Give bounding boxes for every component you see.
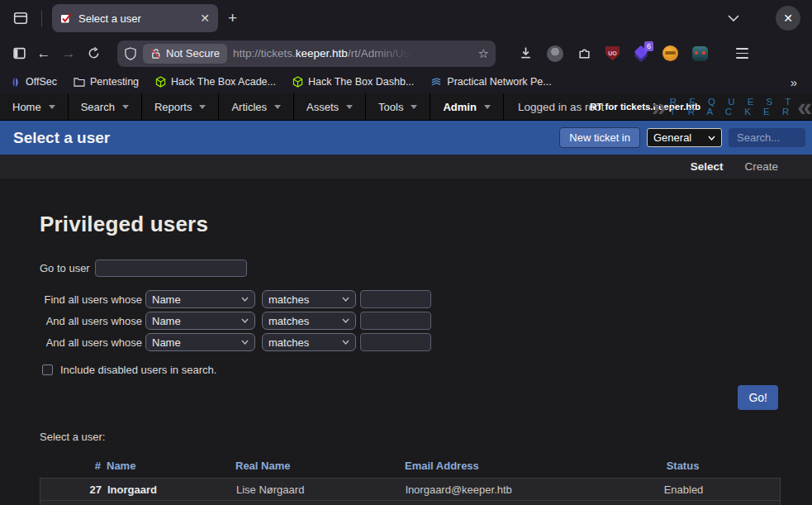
include-disabled-label: Include disabled users in search. bbox=[60, 364, 216, 376]
url-text[interactable]: http://tickets. keeper.htb /rt/Admin/Use bbox=[233, 47, 473, 60]
chevron-down-icon bbox=[241, 340, 249, 345]
url-bar[interactable]: Not Secure http://tickets. keeper.htb /r… bbox=[117, 40, 496, 67]
user-name[interactable]: lnorgaard bbox=[102, 484, 231, 496]
bookmark-pnpt[interactable]: Practical Network Pe... bbox=[430, 76, 551, 88]
filter-field-select[interactable]: Name bbox=[145, 312, 255, 330]
tab-select[interactable]: Select bbox=[691, 160, 724, 173]
broken-lock-icon bbox=[150, 48, 161, 60]
filter-op-select[interactable]: matches bbox=[262, 333, 356, 351]
wappalyzer-badge: 6 bbox=[644, 41, 653, 51]
col-header-realname[interactable]: Real Name bbox=[230, 460, 400, 472]
bookmark-offsec[interactable]: OffSec bbox=[10, 76, 57, 88]
chevron-down-icon bbox=[411, 105, 417, 109]
bookmark-pentesting-folder[interactable]: Pentesting bbox=[74, 76, 139, 88]
ublock-icon[interactable]: UO bbox=[605, 46, 620, 61]
filter-row-1: Find all users whose Name matches bbox=[41, 288, 812, 310]
chevron-down-icon bbox=[274, 105, 281, 109]
logo-line2: T R A C K E R bbox=[670, 107, 796, 117]
back-button[interactable]: ← bbox=[31, 41, 56, 66]
chevron-down-icon bbox=[342, 297, 349, 302]
page-title: Select a user bbox=[13, 129, 559, 147]
bookmark-label: Hack The Box Acade... bbox=[171, 76, 276, 88]
not-secure-chip[interactable]: Not Secure bbox=[143, 44, 227, 64]
chevron-down-icon bbox=[484, 105, 491, 109]
queue-select-value: General bbox=[653, 131, 691, 144]
new-tab-icon[interactable]: + bbox=[228, 9, 237, 27]
browser-toolbar: ← → Not Secure http://tickets. keeper.ht… bbox=[0, 36, 812, 70]
page-heading: Privileged users bbox=[40, 212, 812, 237]
filter-value-input[interactable] bbox=[360, 312, 431, 330]
filter-op-select[interactable]: matches bbox=[262, 312, 356, 330]
url-prefix: http://tickets. bbox=[233, 47, 296, 60]
menu-hamburger-icon[interactable] bbox=[736, 48, 748, 58]
url-domain: keeper.htb bbox=[296, 47, 348, 60]
menu-admin[interactable]: Admin bbox=[430, 93, 503, 120]
table-row[interactable]: 27 lnorgaard Lise Nørgaard lnorgaard@kee… bbox=[40, 478, 781, 501]
queue-select[interactable]: General bbox=[647, 128, 722, 147]
col-header-name[interactable]: Name bbox=[102, 460, 230, 472]
col-header-email[interactable]: Email Address bbox=[400, 460, 585, 472]
rt-favicon bbox=[60, 12, 72, 24]
menu-home[interactable]: Home bbox=[0, 93, 69, 120]
request-tracker-logo[interactable]: » R E Q U E S T T R A C K E R « bbox=[652, 93, 812, 120]
new-ticket-button[interactable]: New ticket in bbox=[559, 127, 640, 148]
col-header-id[interactable]: # bbox=[40, 460, 102, 472]
all-tabs-chevron-icon[interactable] bbox=[721, 6, 746, 31]
go-button[interactable]: Go! bbox=[738, 385, 778, 410]
goto-user-input[interactable] bbox=[95, 260, 247, 277]
table-row[interactable]: 14 root Enoch Root root@localhost Enable… bbox=[40, 500, 781, 505]
rt-menu-right: Logged in as root RT for tickets.keeper.… bbox=[504, 93, 812, 120]
hacker-extension-icon[interactable] bbox=[662, 45, 678, 61]
chevron-down-icon bbox=[241, 318, 249, 323]
htb-cube-icon bbox=[155, 76, 166, 88]
filter-field-select[interactable]: Name bbox=[145, 290, 255, 308]
chevron-down-icon bbox=[199, 105, 206, 109]
layers-icon bbox=[430, 77, 442, 88]
security-label: Not Secure bbox=[166, 47, 220, 60]
logo-line1: R E Q U E S T bbox=[670, 97, 796, 107]
tab-close-icon[interactable]: ✕ bbox=[200, 12, 210, 25]
forward-button[interactable]: → bbox=[56, 41, 81, 66]
filter-value-input[interactable] bbox=[360, 333, 431, 351]
chevron-down-icon bbox=[49, 105, 55, 109]
user-id[interactable]: 27 bbox=[40, 484, 102, 496]
col-header-status[interactable]: Status bbox=[585, 460, 781, 472]
menu-assets[interactable]: Assets bbox=[294, 93, 366, 120]
user-filters: Find all users whose Name matches And al… bbox=[41, 288, 812, 353]
bookmark-htb-academy[interactable]: Hack The Box Acade... bbox=[155, 76, 276, 88]
url-path: /rt/Admin/Use bbox=[348, 47, 415, 60]
browser-tab[interactable]: Select a user ✕ bbox=[52, 4, 218, 32]
header-search-input[interactable] bbox=[729, 128, 805, 147]
include-disabled-checkbox[interactable] bbox=[42, 364, 53, 375]
sidebar-toggle-icon[interactable] bbox=[7, 41, 31, 66]
menu-search[interactable]: Search bbox=[69, 93, 142, 120]
chevron-down-icon bbox=[342, 318, 349, 323]
tab-create[interactable]: Create bbox=[744, 160, 778, 173]
menu-reports[interactable]: Reports bbox=[142, 93, 220, 120]
account-icon[interactable] bbox=[547, 45, 563, 62]
bookmark-star-icon[interactable]: ☆ bbox=[478, 46, 489, 61]
logo-chevrons-right: « bbox=[797, 93, 812, 120]
downloads-icon[interactable] bbox=[519, 46, 533, 60]
tab-sidebar-icon[interactable] bbox=[8, 6, 33, 31]
shield-icon[interactable] bbox=[124, 47, 137, 60]
menu-articles[interactable]: Articles bbox=[219, 93, 294, 120]
bookmark-htb-dashboard[interactable]: Hack The Box Dashb... bbox=[292, 76, 414, 88]
wappalyzer-icon[interactable]: 6 bbox=[634, 46, 648, 61]
bookmarks-overflow-icon[interactable]: » bbox=[791, 75, 797, 89]
cookie-editor-icon[interactable] bbox=[692, 46, 708, 61]
extension-icons: UO 6 bbox=[519, 45, 748, 62]
filter-value-input[interactable] bbox=[360, 290, 431, 308]
browser-tab-bar: Select a user ✕ + ✕ bbox=[0, 0, 812, 36]
select-user-label: Select a user: bbox=[40, 431, 812, 443]
window-close-button[interactable]: ✕ bbox=[776, 6, 800, 31]
extensions-puzzle-icon[interactable] bbox=[577, 46, 591, 60]
menu-tools[interactable]: Tools bbox=[366, 93, 430, 120]
filter-field-select[interactable]: Name bbox=[145, 333, 255, 351]
filter-label: And all users whose bbox=[41, 336, 142, 349]
filter-label: Find all users whose bbox=[41, 293, 142, 306]
filter-op-select[interactable]: matches bbox=[262, 290, 356, 308]
reload-button[interactable] bbox=[81, 41, 106, 66]
bookmarks-bar: OffSec Pentesting Hack The Box Acade... … bbox=[0, 70, 812, 93]
tab-divider bbox=[41, 10, 42, 26]
